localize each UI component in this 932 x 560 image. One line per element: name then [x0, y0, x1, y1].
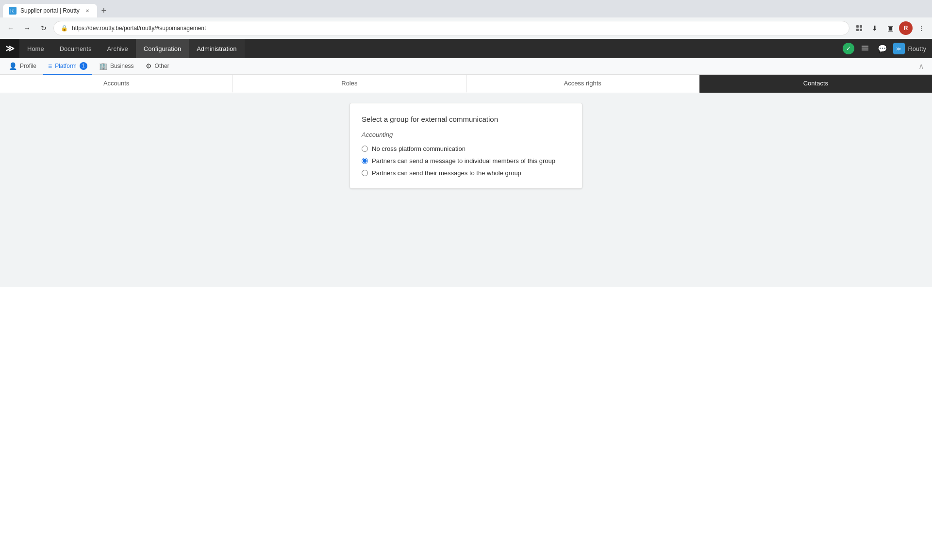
collapse-button[interactable]: ∧: [915, 62, 928, 71]
tab-contacts[interactable]: Contacts: [699, 75, 932, 93]
radio-no-cross-label: No cross platform communication: [372, 145, 466, 152]
nav-user[interactable]: ≫ Routty: [893, 43, 926, 54]
downloads-button[interactable]: ⬇: [868, 21, 882, 35]
sidebar-button[interactable]: ▣: [883, 21, 897, 35]
sub-nav-other[interactable]: ⚙ Other: [141, 58, 174, 75]
radio-whole-group[interactable]: Partners can send their messages to the …: [362, 169, 570, 177]
toolbar-actions: ⬇ ▣ R ⋮: [852, 21, 928, 35]
svg-rect-5: [860, 29, 862, 31]
address-bar[interactable]: 🔒 https://dev.routty.be/portal/routty/#s…: [53, 21, 849, 35]
forward-button[interactable]: →: [20, 21, 34, 35]
nav-configuration[interactable]: Configuration: [136, 39, 189, 58]
sub-nav-platform[interactable]: ≡ Platform 1: [43, 58, 92, 75]
back-button[interactable]: ←: [4, 21, 17, 35]
tab-close-button[interactable]: ✕: [83, 7, 91, 15]
url-text: https://dev.routty.be/portal/routty/#sup…: [72, 25, 842, 32]
profile-icon: 👤: [9, 62, 17, 70]
radio-whole-group-input[interactable]: [362, 170, 368, 176]
other-icon: ⚙: [146, 62, 152, 70]
lock-icon: 🔒: [61, 25, 68, 32]
menu-button[interactable]: ⋮: [915, 21, 928, 35]
platform-icon: ≡: [48, 62, 52, 70]
chat-icon[interactable]: 💬: [876, 42, 889, 55]
active-tab: R Supplier portal | Routty ✕: [3, 4, 97, 17]
svg-rect-2: [856, 25, 859, 28]
browser-toolbar: ← → ↻ 🔒 https://dev.routty.be/portal/rou…: [0, 17, 932, 39]
browser-tabs: R Supplier portal | Routty ✕ +: [0, 0, 932, 17]
svg-text:≫: ≫: [896, 46, 901, 51]
content-area: Select a group for external communicatio…: [0, 93, 932, 287]
nav-items: Home Documents Archive Configuration Adm…: [19, 39, 843, 58]
main-tabs: Accounts Roles Access rights Contacts: [0, 75, 932, 93]
app: ≫ Home Documents Archive Configuration A…: [0, 39, 932, 560]
svg-text:R: R: [10, 8, 14, 14]
reload-button[interactable]: ↻: [37, 21, 50, 35]
radio-individual-label: Partners can send a message to individua…: [372, 157, 555, 165]
nav-right-actions: ✓ 💬 ≫ Routty: [843, 42, 926, 55]
nav-home[interactable]: Home: [19, 39, 52, 58]
business-icon: 🏢: [99, 62, 107, 70]
nav-documents[interactable]: Documents: [52, 39, 100, 58]
user-name: Routty: [908, 45, 926, 52]
sub-nav-business[interactable]: 🏢 Business: [94, 58, 139, 75]
nav-administration[interactable]: Administration: [189, 39, 244, 58]
list-icon[interactable]: [858, 42, 872, 55]
svg-rect-3: [860, 25, 862, 28]
extensions-button[interactable]: [852, 21, 866, 35]
radio-whole-group-label: Partners can send their messages to the …: [372, 169, 521, 177]
platform-badge: 1: [80, 62, 87, 70]
tab-accounts[interactable]: Accounts: [0, 75, 233, 93]
sub-nav-profile[interactable]: 👤 Profile: [4, 58, 41, 75]
tab-roles[interactable]: Roles: [233, 75, 466, 93]
radio-individual-input[interactable]: [362, 158, 368, 164]
top-nav: ≫ Home Documents Archive Configuration A…: [0, 39, 932, 58]
tab-favicon: R: [9, 7, 17, 15]
status-indicator: ✓: [843, 43, 854, 54]
radio-individual[interactable]: Partners can send a message to individua…: [362, 157, 570, 165]
communication-dialog: Select a group for external communicatio…: [350, 103, 582, 189]
group-label: Accounting: [362, 131, 570, 138]
user-logo: ≫: [893, 43, 905, 54]
radio-no-cross-input[interactable]: [362, 146, 368, 152]
user-avatar[interactable]: R: [899, 21, 913, 35]
radio-no-cross[interactable]: No cross platform communication: [362, 145, 570, 152]
tab-access-rights[interactable]: Access rights: [466, 75, 699, 93]
browser-chrome: R Supplier portal | Routty ✕ + ← → ↻ 🔒 h…: [0, 0, 932, 39]
nav-archive[interactable]: Archive: [99, 39, 135, 58]
new-tab-button[interactable]: +: [97, 4, 111, 17]
sub-nav: 👤 Profile ≡ Platform 1 🏢 Business ⚙ Othe…: [0, 58, 932, 75]
dialog-title: Select a group for external communicatio…: [362, 115, 570, 123]
app-logo[interactable]: ≫: [0, 39, 19, 58]
svg-rect-4: [856, 29, 859, 31]
tab-title: Supplier portal | Routty: [20, 7, 80, 14]
